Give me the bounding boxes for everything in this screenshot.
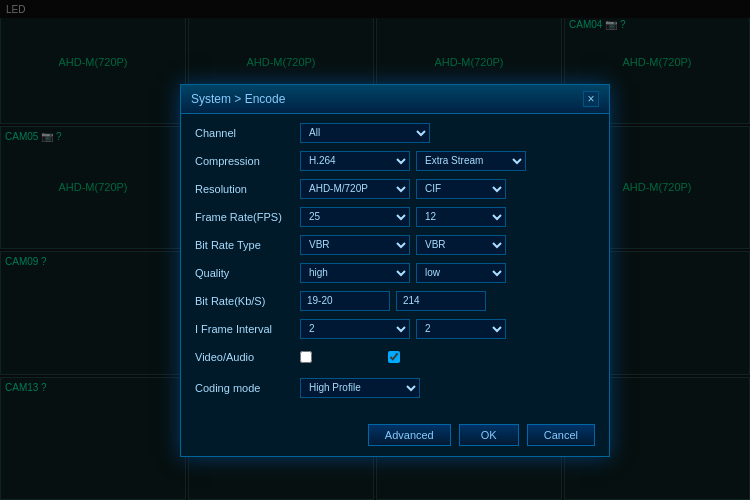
i-frame-label: I Frame Interval (195, 323, 300, 335)
frame-rate-controls: 25 12 (300, 207, 595, 227)
dialog-body: Channel All Compression H.264 Extra Stre… (181, 114, 609, 412)
encode-dialog: System > Encode × Channel All Compressio… (180, 84, 610, 457)
extra-stream-select[interactable]: Extra Stream (416, 151, 526, 171)
advanced-button[interactable]: Advanced (368, 424, 451, 446)
cancel-button[interactable]: Cancel (527, 424, 595, 446)
quality-label: Quality (195, 267, 300, 279)
frame-rate-select[interactable]: 25 (300, 207, 410, 227)
i-frame-extra-select[interactable]: 2 (416, 319, 506, 339)
resolution-row: Resolution AHD-M/720P CIF (195, 178, 595, 200)
resolution-controls: AHD-M/720P CIF (300, 179, 595, 199)
video-audio-main (300, 351, 312, 363)
bit-rate-type-extra-select[interactable]: VBR (416, 235, 506, 255)
coding-mode-row: Coding mode High Profile Main Profile Ba… (195, 374, 595, 398)
dialog-title-bar: System > Encode × (181, 85, 609, 114)
coding-mode-select[interactable]: High Profile Main Profile Baseline (300, 378, 420, 398)
bit-rate-value: 19-20 (300, 291, 390, 311)
frame-rate-extra-select[interactable]: 12 (416, 207, 506, 227)
video-audio-checkbox-main[interactable] (300, 351, 312, 363)
quality-controls: high low (300, 263, 595, 283)
channel-row: Channel All (195, 122, 595, 144)
resolution-extra-select[interactable]: CIF (416, 179, 506, 199)
frame-rate-row: Frame Rate(FPS) 25 12 (195, 206, 595, 228)
resolution-label: Resolution (195, 183, 300, 195)
video-audio-checkbox-extra[interactable] (388, 351, 400, 363)
dialog-title-text: System > Encode (191, 92, 285, 106)
bit-rate-controls: 19-20 214 (300, 291, 595, 311)
channel-label: Channel (195, 127, 300, 139)
dialog-footer: Advanced OK Cancel (181, 416, 609, 456)
quality-row: Quality high low (195, 262, 595, 284)
channel-select[interactable]: All (300, 123, 430, 143)
compression-select[interactable]: H.264 (300, 151, 410, 171)
video-audio-controls (300, 351, 595, 363)
coding-mode-label: Coding mode (195, 382, 300, 394)
i-frame-row: I Frame Interval 2 2 (195, 318, 595, 340)
channel-controls: All (300, 123, 595, 143)
ok-button[interactable]: OK (459, 424, 519, 446)
bit-rate-row: Bit Rate(Kb/S) 19-20 214 (195, 290, 595, 312)
video-audio-label: Video/Audio (195, 351, 300, 363)
i-frame-select[interactable]: 2 (300, 319, 410, 339)
bit-rate-extra-value: 214 (396, 291, 486, 311)
compression-row: Compression H.264 Extra Stream (195, 150, 595, 172)
frame-rate-label: Frame Rate(FPS) (195, 211, 300, 223)
close-button[interactable]: × (583, 91, 599, 107)
video-audio-extra (388, 351, 400, 363)
resolution-select[interactable]: AHD-M/720P (300, 179, 410, 199)
i-frame-controls: 2 2 (300, 319, 595, 339)
bit-rate-type-row: Bit Rate Type VBR VBR (195, 234, 595, 256)
bit-rate-label: Bit Rate(Kb/S) (195, 295, 300, 307)
bit-rate-type-label: Bit Rate Type (195, 239, 300, 251)
dialog-overlay: System > Encode × Channel All Compressio… (0, 0, 750, 500)
bit-rate-type-controls: VBR VBR (300, 235, 595, 255)
video-audio-row: Video/Audio (195, 346, 595, 368)
compression-label: Compression (195, 155, 300, 167)
bit-rate-type-select[interactable]: VBR (300, 235, 410, 255)
quality-select[interactable]: high (300, 263, 410, 283)
compression-controls: H.264 Extra Stream (300, 151, 595, 171)
quality-extra-select[interactable]: low (416, 263, 506, 283)
